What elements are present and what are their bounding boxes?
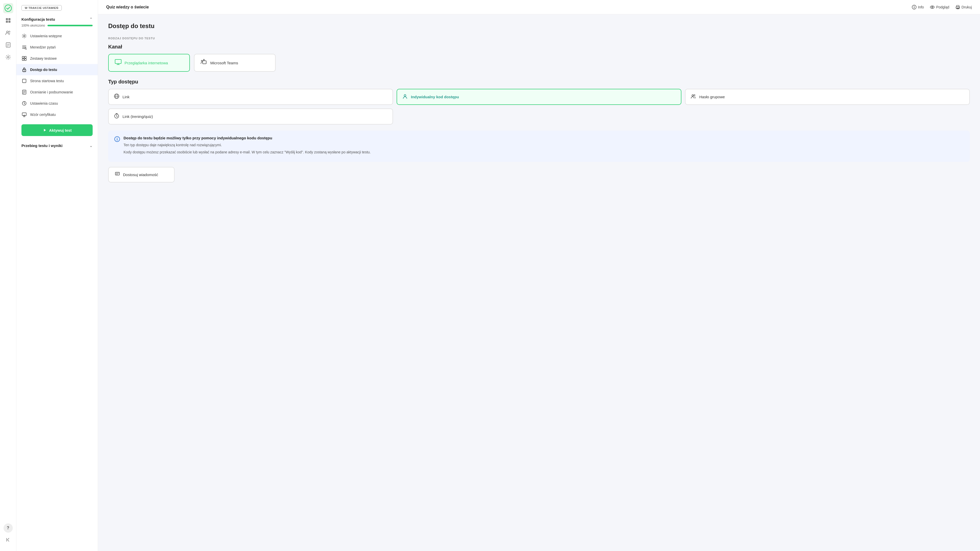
top-bar-title: Quiz wiedzy o świecie	[106, 5, 149, 10]
individual-icon	[402, 93, 408, 100]
typ-label: Typ dostępu	[108, 79, 970, 85]
svg-point-31	[24, 115, 25, 117]
reports-icon[interactable]	[3, 40, 13, 50]
svg-rect-4	[8, 21, 11, 23]
info-action[interactable]: Info	[912, 5, 924, 10]
access-haslo[interactable]: Hasło grupowe	[685, 89, 970, 105]
przebieg-section-title: Przebieg testu i wyniki	[21, 143, 62, 148]
channel-przegladarka[interactable]: Przeglądarka internetowa	[108, 54, 190, 72]
message-icon	[115, 172, 120, 178]
nav-item-ocenianie[interactable]: Ocenianie i podsumowanie	[16, 86, 98, 98]
nav-item-menedzer-pytan[interactable]: Menedżer pytań	[16, 41, 98, 53]
svg-point-43	[959, 7, 959, 8]
svg-point-50	[204, 59, 204, 60]
content-heading: Dostęp do testu	[108, 22, 970, 30]
sidebar-header: W TRAKCIE USTAWIEŃ	[16, 0, 98, 13]
nav-item-label: Wzór certyfikatu	[30, 113, 56, 117]
info-label: Info	[918, 5, 924, 9]
svg-point-61	[117, 138, 118, 139]
nav-item-label: Strona startowa testu	[30, 79, 64, 83]
svg-point-6	[9, 31, 10, 32]
settings-icon[interactable]	[3, 52, 13, 62]
svg-rect-21	[24, 59, 26, 61]
logo-icon[interactable]	[3, 3, 13, 13]
icon-bar: ?	[0, 0, 16, 551]
info-box: Dostęp do testu będzie możliwy tylko prz…	[108, 131, 970, 162]
progress-bar-fill	[48, 25, 93, 26]
info-box-text2: Kody dostępu możesz przekazać osobiście …	[124, 149, 371, 155]
nav-item-dostep-do-testu[interactable]: Dostęp do testu	[16, 64, 98, 75]
nav-item-zestawy-testowe[interactable]: Zestawy testowe	[16, 53, 98, 64]
main-content: Quiz wiedzy o świecie Info Podgląd	[98, 0, 980, 551]
settings-wstepne-icon	[21, 33, 27, 39]
dostosuj-label: Dostosuj wiadomość	[123, 172, 158, 177]
access-individual[interactable]: Indywidualny kod dostępu	[396, 89, 681, 105]
nav-item-ustawienia-wstepne[interactable]: Ustawienia wstępne	[16, 30, 98, 41]
svg-point-54	[404, 95, 406, 97]
info-box-icon	[115, 136, 120, 157]
info-box-text1: Ten typ dostępu daje największą kontrolę…	[124, 142, 371, 148]
kanal-label: Kanał	[108, 44, 970, 50]
nav-item-label: Dostęp do testu	[30, 68, 57, 72]
channel-row: Przeglądarka internetowa Microsoft Teams	[108, 54, 970, 72]
czas-icon	[21, 100, 27, 106]
nav-item-label: Ustawienia wstępne	[30, 34, 62, 38]
access-grid-row2: Link (trening/quiz)	[108, 108, 970, 124]
teams-label: Microsoft Teams	[210, 61, 238, 65]
channel-teams[interactable]: Microsoft Teams	[194, 54, 275, 72]
access-link[interactable]: Link	[108, 89, 393, 105]
svg-point-39	[932, 6, 933, 8]
svg-rect-44	[115, 59, 121, 64]
svg-point-12	[24, 35, 25, 37]
svg-point-55	[692, 95, 694, 96]
przebieg-section-header[interactable]: Przebieg testu i wyniki ⌄	[16, 140, 98, 151]
svg-rect-24	[22, 79, 26, 83]
progress-row: 100% ukończono	[16, 24, 98, 30]
svg-point-48	[201, 61, 203, 62]
eye-icon	[930, 5, 935, 10]
svg-point-0	[5, 5, 11, 11]
link-label: Link	[123, 95, 130, 99]
svg-rect-20	[22, 59, 24, 61]
nav-item-wzor-certyfikatu[interactable]: Wzór certyfikatu	[16, 109, 98, 120]
monitor-icon	[115, 59, 121, 66]
help-button[interactable]: ?	[3, 524, 13, 533]
svg-point-5	[6, 31, 8, 33]
svg-rect-62	[115, 172, 119, 175]
svg-point-38	[930, 6, 934, 8]
svg-point-37	[914, 6, 915, 6]
svg-point-11	[7, 56, 9, 58]
print-icon	[956, 5, 960, 10]
info-icon	[912, 5, 916, 10]
top-bar: Quiz wiedzy o świecie Info Podgląd	[98, 0, 980, 14]
dostosuj-card[interactable]: Dostosuj wiadomość	[108, 167, 175, 183]
podglad-action[interactable]: Podgląd	[930, 5, 949, 10]
ocenianie-icon	[21, 89, 27, 95]
activate-button[interactable]: Aktywuj test	[21, 124, 93, 136]
progress-label: 100% ukończono	[21, 24, 45, 27]
info-box-title: Dostęp do testu będzie możliwy tylko prz…	[124, 136, 371, 140]
back-icon[interactable]	[3, 535, 13, 545]
nav-item-label: Zestawy testowe	[30, 56, 57, 61]
certyfikat-icon	[21, 112, 27, 118]
menedzer-icon	[21, 45, 27, 50]
globe-icon	[114, 93, 119, 100]
grid-icon[interactable]	[3, 15, 13, 25]
przegladarka-label: Przeglądarka internetowa	[124, 61, 168, 65]
access-grid: Link Indywidualny kod dostępu	[108, 89, 970, 105]
nav-item-ustawienia-czasu[interactable]: Ustawienia czasu	[16, 98, 98, 109]
play-icon	[42, 128, 47, 132]
konfiguracja-section-header[interactable]: Konfiguracja testu ⌃	[16, 13, 98, 24]
svg-rect-2	[8, 18, 11, 20]
link-trening-label: Link (trening/quiz)	[123, 114, 153, 119]
nav-item-label: Ustawienia czasu	[30, 101, 58, 105]
haslo-label: Hasło grupowe	[699, 95, 725, 99]
chevron-down-icon: ⌄	[89, 143, 93, 148]
users-icon[interactable]	[3, 27, 13, 38]
progress-bar	[48, 25, 93, 26]
access-link-trening[interactable]: Link (trening/quiz)	[108, 108, 393, 124]
nav-item-strona-startowa[interactable]: Strona startowa testu	[16, 75, 98, 86]
drukuj-action[interactable]: Drukuj	[956, 5, 972, 10]
timer-icon	[114, 113, 119, 120]
top-bar-actions: Info Podgląd Drukuj	[912, 5, 972, 10]
